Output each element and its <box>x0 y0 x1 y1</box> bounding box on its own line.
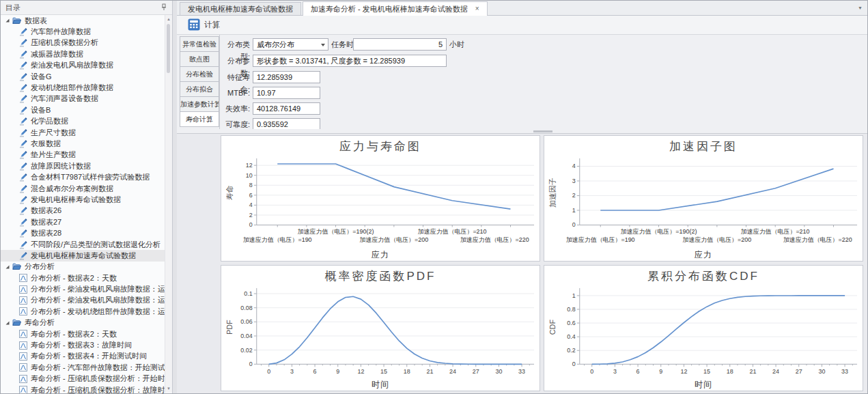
close-icon[interactable]: × <box>475 5 479 12</box>
tree-item-label: 寿命分析 <box>25 318 55 328</box>
tree-item-label: 寿命分析 - 数据表4：开始测试时间 <box>31 351 147 361</box>
tree-item[interactable]: 压缩机质保数据分析 <box>1 38 165 48</box>
tree-item[interactable]: 混合威布尔分布案例数据 <box>1 183 165 194</box>
expand-arrow-icon[interactable] <box>5 18 10 23</box>
step-tab[interactable]: 散点图 <box>180 52 219 67</box>
tree-folder[interactable]: 分布分析 <box>1 262 165 272</box>
tree-item[interactable]: 合金材料T7987试样件疲劳试验数据 <box>1 171 165 182</box>
sidebar: 目录 数据表汽车部件故障数据压缩机质保数据分析减振器故障数据柴油发电机风扇故障数… <box>1 1 173 393</box>
tree-item[interactable]: 发电机电枢棒加速寿命试验数据 <box>1 250 165 261</box>
tree-item[interactable]: 寿命分析 - 数据表2：天数 <box>1 328 165 339</box>
expand-arrow-icon[interactable] <box>5 320 10 326</box>
pencil-icon <box>19 27 27 36</box>
tree-item[interactable]: 数据表27 <box>1 216 165 227</box>
svg-text:加速因子: 加速因子 <box>548 178 557 207</box>
tree-item[interactable]: 数据表26 <box>1 206 165 216</box>
document-tab[interactable]: 发电机电枢棒加速寿命试验数据 <box>180 2 301 15</box>
splitter-handle[interactable] <box>533 130 552 132</box>
tree-item[interactable]: 不同阶段/产品类型的测试数据退化分析 <box>1 239 165 250</box>
expand-arrow-icon[interactable] <box>5 264 10 270</box>
tree-item[interactable]: 汽车部件故障数据 <box>1 26 165 37</box>
pdf-plot: 00.020.040.060.080.103691215182124273033… <box>221 285 540 379</box>
tree-item[interactable]: 寿命分析 - 汽车部件故障数据：开始测试时间 <box>1 362 165 373</box>
tree-item-label: 分布分析 <box>25 262 55 272</box>
tree-item[interactable]: 发动机绕组部件故障数据 <box>1 82 165 93</box>
tree-item[interactable]: 垫片生产数据 <box>1 150 165 160</box>
pencil-icon <box>19 195 27 204</box>
tree-item[interactable]: 数据表28 <box>1 227 165 238</box>
char-life-field[interactable]: 12.285939 <box>253 71 320 83</box>
tree-item[interactable]: 汽车消声器设备数据 <box>1 94 165 104</box>
document-tab[interactable]: 加速寿命分析 - 发电机电枢棒加速寿命试验数据× <box>303 1 488 16</box>
step-tab[interactable]: 分布拟合 <box>180 82 219 97</box>
tree-item-label: 故障原因统计数据 <box>31 161 91 171</box>
calculator-icon <box>188 18 200 32</box>
svg-text:4: 4 <box>572 163 576 169</box>
tree-folder[interactable]: 寿命分析 <box>1 318 165 328</box>
tab-label: 发电机电枢棒加速寿命试验数据 <box>188 5 293 13</box>
pencil-icon <box>19 94 27 103</box>
failure-rate-field[interactable]: 40128.76149 <box>253 102 320 115</box>
tree-item[interactable]: 化学品数据 <box>1 116 165 127</box>
svg-text:0: 0 <box>590 368 593 375</box>
scrollbar-thumb[interactable] <box>167 24 170 73</box>
tree-item[interactable]: 生产尺寸数据 <box>1 127 165 138</box>
tree-item[interactable]: 寿命分析 - 数据表3：故障时间 <box>1 339 165 350</box>
tree-item-label: 寿命分析 - 数据表2：天数 <box>31 329 117 339</box>
tree-item[interactable]: 故障原因统计数据 <box>1 160 165 171</box>
chevron-down-icon[interactable]: ▼ <box>858 5 863 10</box>
tree-item[interactable]: 分布分析 - 发动机绕组部件故障数据：运行时间 <box>1 306 165 317</box>
svg-text:1: 1 <box>572 207 576 214</box>
svg-text:33: 33 <box>841 368 848 375</box>
tree-item[interactable]: 衣服数据 <box>1 138 165 149</box>
analysis-step-tabs: 异常值检验散点图分布检验分布拟合加速参数计算寿命计算 <box>180 36 219 127</box>
tree-item[interactable]: 柴油发电机风扇故障数据 <box>1 60 165 71</box>
calculate-button[interactable]: 计算 <box>182 17 225 33</box>
horizontal-splitter[interactable] <box>177 129 867 134</box>
tree-item[interactable]: 设备G <box>1 71 165 82</box>
tree-item-label: 设备G <box>31 72 52 82</box>
svg-text:2: 2 <box>572 192 576 199</box>
tree-item[interactable]: 寿命分析 - 数据表4：开始测试时间 <box>1 351 165 362</box>
step-tab[interactable]: 分布检验 <box>180 67 219 82</box>
tree-item[interactable]: 寿命分析 - 压缩机质保数据分析：开始时间 <box>1 374 165 384</box>
chart-title: 累积分布函数CDF <box>544 266 863 285</box>
pencil-icon <box>19 72 27 81</box>
svg-text:9: 9 <box>659 368 662 375</box>
task-time-input[interactable]: 5 <box>353 38 447 51</box>
tab-label: 加速寿命分析 - 发电机电枢棒加速寿命试验数据 <box>311 2 468 16</box>
svg-text:加速应力值（电压）=200: 加速应力值（电压）=200 <box>360 236 429 243</box>
tree-item-label: 数据表27 <box>31 217 61 227</box>
step-tab[interactable]: 寿命计算 <box>180 112 219 127</box>
pencil-icon <box>19 83 27 92</box>
tree-item-label: 分布分析 - 数据表2：天数 <box>31 273 117 283</box>
svg-text:CDF: CDF <box>548 320 557 335</box>
step-tab[interactable]: 加速参数计算 <box>180 97 219 112</box>
folder-icon <box>12 319 21 326</box>
svg-text:15: 15 <box>380 368 387 375</box>
svg-text:21: 21 <box>749 368 756 375</box>
sidebar-scrollbar[interactable]: ▲ ▼ <box>165 15 172 393</box>
svg-text:加速应力值（电压）=210: 加速应力值（电压）=210 <box>418 228 487 235</box>
tree-item[interactable]: 减振器故障数据 <box>1 48 165 59</box>
tree-item[interactable]: 寿命分析 - 压缩机质保数据分析：故障时间 <box>1 384 165 393</box>
scroll-down-icon[interactable]: ▼ <box>165 386 172 391</box>
tree-item[interactable]: 设备B <box>1 104 165 115</box>
tree-folder[interactable]: 数据表 <box>1 15 165 26</box>
tree-item[interactable]: 分布分析 - 柴油发电机风扇故障数据：运行时间（小时） <box>1 295 165 306</box>
tree-item[interactable]: 发电机电枢棒寿命试验数据 <box>1 194 165 205</box>
pin-icon[interactable] <box>160 3 167 12</box>
dist-params-field[interactable]: 形状参数 = 3.013741, 尺度参数 = 12.285939 <box>253 55 447 67</box>
tree-item-label: 寿命分析 - 压缩机质保数据分析：开始时间 <box>31 374 165 384</box>
tree-item[interactable]: 分布分析 - 柴油发电机风扇故障数据：运行时间（小时） <box>1 283 165 294</box>
fields-area: 分布类型: 威布尔分布 任务时间: 5 小时 分布参数: 形状参数 = 3.01… <box>219 35 867 129</box>
distribution-type-select[interactable]: 威布尔分布 <box>253 38 328 51</box>
step-tab[interactable]: 异常值检验 <box>180 36 219 52</box>
scroll-up-icon[interactable]: ▲ <box>165 16 172 22</box>
tree-item[interactable]: 分布分析 - 数据表2：天数 <box>1 272 165 283</box>
sidebar-header: 目录 <box>1 1 172 15</box>
mtbf-field[interactable]: 10.97 <box>253 87 320 99</box>
svg-text:0.8: 0.8 <box>567 306 575 313</box>
svg-text:0.04: 0.04 <box>240 333 252 339</box>
pencil-icon <box>19 106 27 115</box>
